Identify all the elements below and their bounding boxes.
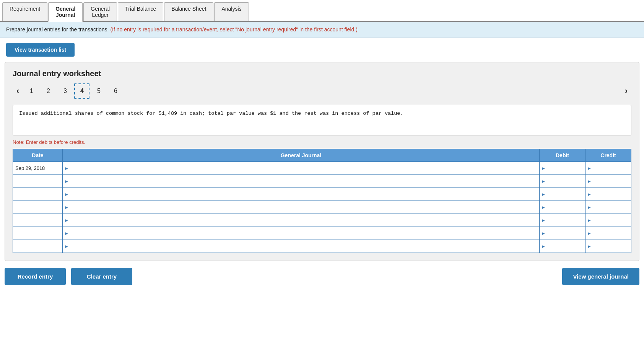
debit-cell-6[interactable]: ► [540,227,585,240]
journal-input-3[interactable] [69,188,539,201]
debit-arrow-3: ► [540,192,546,197]
credit-arrow-7: ► [585,244,592,249]
debit-input-4[interactable] [546,201,585,214]
credit-arrow-3: ► [585,192,592,197]
table-row: ► ► ► [13,188,631,201]
description-box: Issued additional shares of common stock… [13,105,631,135]
tabs-bar: Requirement GeneralJournal GeneralLedger… [0,0,644,22]
nav-item-1[interactable]: 1 [24,83,39,99]
credit-input-6[interactable] [592,227,631,240]
debit-input-6[interactable] [546,227,585,240]
journal-arrow-1: ► [63,166,69,171]
journal-input-7[interactable] [69,240,539,253]
tab-general-ledger[interactable]: GeneralLedger [83,2,117,21]
debit-input-5[interactable] [546,214,585,227]
tab-trial-balance[interactable]: Trial Balance [118,2,163,21]
credit-cell-1[interactable]: ► [585,162,631,175]
journal-input-2[interactable] [69,175,539,188]
tab-general-journal[interactable]: GeneralJournal [48,2,83,22]
journal-input-1[interactable] [69,162,539,174]
debit-arrow-7: ► [540,244,546,249]
journal-cell-2[interactable]: ► [63,175,540,188]
bottom-buttons: Record entry Clear entry View general jo… [0,268,644,285]
credit-arrow-4: ► [585,205,592,210]
journal-input-6[interactable] [69,227,539,240]
table-row: ► ► ► [13,214,631,227]
credit-cell-7[interactable]: ► [585,240,631,253]
tab-requirement[interactable]: Requirement [2,2,47,21]
debit-arrow-6: ► [540,231,546,236]
debit-cell-1[interactable]: ► [540,162,585,175]
journal-arrow-2: ► [63,179,69,184]
debit-input-1[interactable] [546,162,585,174]
nav-prev-arrow[interactable]: ‹ [13,86,23,96]
credit-cell-6[interactable]: ► [585,227,631,240]
debit-arrow-5: ► [540,218,546,223]
journal-cell-6[interactable]: ► [63,227,540,240]
nav-next-arrow[interactable]: › [621,86,631,96]
date-cell-6 [13,227,63,240]
date-cell-7 [13,240,63,253]
credit-arrow-5: ► [585,218,592,223]
debit-input-2[interactable] [546,175,585,188]
record-entry-button[interactable]: Record entry [5,268,66,285]
date-cell-2 [13,175,63,188]
journal-cell-4[interactable]: ► [63,201,540,214]
col-header-credit: Credit [585,149,631,162]
instruction-red: (If no entry is required for a transacti… [110,26,357,33]
journal-cell-7[interactable]: ► [63,240,540,253]
debit-input-3[interactable] [546,188,585,201]
date-cell-1: Sep 29, 2018 [13,162,63,175]
table-row: ► ► ► [13,227,631,240]
credit-input-3[interactable] [592,188,631,201]
nav-item-4[interactable]: 4 [74,83,89,99]
debit-cell-4[interactable]: ► [540,201,585,214]
debit-cell-2[interactable]: ► [540,175,585,188]
journal-arrow-6: ► [63,231,69,236]
credit-cell-3[interactable]: ► [585,188,631,201]
credit-input-1[interactable] [592,162,631,174]
date-cell-5 [13,214,63,227]
credit-input-2[interactable] [592,175,631,188]
debit-input-7[interactable] [546,240,585,253]
journal-input-5[interactable] [69,214,539,227]
journal-cell-3[interactable]: ► [63,188,540,201]
nav-row: ‹ 1 2 3 4 5 6 › [13,83,631,99]
journal-cell-1[interactable]: ► [63,162,540,175]
credit-cell-4[interactable]: ► [585,201,631,214]
tab-balance-sheet[interactable]: Balance Sheet [164,2,213,21]
journal-cell-5[interactable]: ► [63,214,540,227]
credit-cell-2[interactable]: ► [585,175,631,188]
journal-arrow-3: ► [63,192,69,197]
table-row: ► ► ► [13,175,631,188]
table-row: Sep 29, 2018 ► ► ► [13,162,631,175]
col-header-debit: Debit [540,149,585,162]
journal-input-4[interactable] [69,201,539,214]
nav-item-6[interactable]: 6 [108,83,123,99]
credit-input-7[interactable] [592,240,631,253]
debit-arrow-1: ► [540,166,546,171]
clear-entry-button[interactable]: Clear entry [71,268,132,285]
journal-arrow-7: ► [63,244,69,249]
debit-cell-5[interactable]: ► [540,214,585,227]
debit-cell-3[interactable]: ► [540,188,585,201]
view-transaction-btn[interactable]: View transaction list [6,43,75,57]
worksheet-title: Journal entry worksheet [13,69,631,78]
col-header-journal: General Journal [63,149,540,162]
debit-arrow-4: ► [540,205,546,210]
view-general-journal-button[interactable]: View general journal [562,268,639,285]
date-cell-3 [13,188,63,201]
credit-cell-5[interactable]: ► [585,214,631,227]
table-row: ► ► ► [13,201,631,214]
credit-input-4[interactable] [592,201,631,214]
nav-item-3[interactable]: 3 [57,83,73,99]
tab-analysis[interactable]: Analysis [214,2,249,21]
credit-input-5[interactable] [592,214,631,227]
nav-item-5[interactable]: 5 [91,83,106,99]
action-bar: View transaction list [0,38,644,62]
col-header-date: Date [13,149,63,162]
nav-item-2[interactable]: 2 [41,83,56,99]
note-text: Note: Enter debits before credits. [13,139,631,145]
debit-cell-7[interactable]: ► [540,240,585,253]
journal-arrow-4: ► [63,205,69,210]
